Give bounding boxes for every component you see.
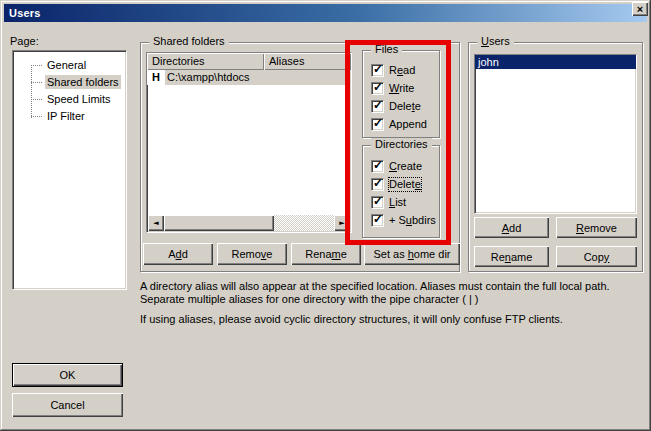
page-list: General Shared folders Speed Limits IP F…	[12, 50, 127, 290]
page-label: Page:	[10, 35, 39, 47]
cancel-button[interactable]: Cancel	[12, 393, 123, 417]
append-checkbox[interactable]: ✓	[371, 118, 384, 131]
dir-delete-label: Delete	[389, 178, 421, 191]
dir-delete-checkbox-row[interactable]: ✓ Delete	[371, 178, 421, 191]
check-icon: ✓	[373, 62, 383, 76]
check-icon: ✓	[373, 116, 383, 130]
write-label: Write	[389, 82, 414, 95]
directory-path: C:\xampp\htdocs	[165, 70, 351, 85]
user-copy-button[interactable]: Copy	[556, 246, 637, 267]
page-item-shared-folders[interactable]: Shared folders	[15, 74, 124, 91]
scrollbar-thumb[interactable]	[164, 215, 274, 231]
page-item-ip-filter[interactable]: IP Filter	[15, 108, 124, 125]
column-header-aliases[interactable]: Aliases	[264, 53, 351, 70]
check-icon: ✓	[373, 80, 383, 94]
user-add-button[interactable]: Add	[474, 217, 549, 238]
dir-delete-checkbox[interactable]: ✓	[371, 178, 384, 191]
scroll-right-icon: ►	[339, 219, 344, 227]
page-item-general[interactable]: General	[15, 57, 124, 74]
alias-description-paragraph-2: If using aliases, please avoid cyclic di…	[140, 313, 643, 326]
scroll-right-button[interactable]: ►	[334, 215, 350, 231]
shared-folders-group-label: Shared folders	[149, 35, 229, 47]
read-label: Read	[389, 64, 415, 77]
scroll-left-icon: ◄	[153, 219, 158, 227]
folder-rename-button[interactable]: Rename	[291, 243, 361, 265]
scroll-left-button[interactable]: ◄	[148, 215, 164, 231]
check-icon: ✓	[373, 212, 383, 226]
file-delete-checkbox[interactable]: ✓	[371, 100, 384, 113]
scrollbar-track[interactable]	[274, 215, 334, 231]
column-header-directories[interactable]: Directories	[147, 53, 264, 70]
append-checkbox-row[interactable]: ✓ Append	[371, 118, 427, 131]
folder-add-button[interactable]: Add	[143, 243, 213, 265]
alias-description-paragraph-1: A directory alias will also appear at th…	[140, 280, 643, 306]
user-rename-button[interactable]: Rename	[474, 246, 549, 267]
set-as-home-dir-button[interactable]: Set as home dir	[364, 243, 460, 265]
subdirs-label: + Subdirs	[389, 214, 436, 227]
check-icon: ✓	[373, 176, 383, 190]
close-button[interactable]: ×	[632, 2, 648, 16]
check-icon: ✓	[373, 194, 383, 208]
window-title: Users	[4, 7, 41, 19]
list-header: Directories Aliases	[147, 53, 351, 70]
create-label: Create	[389, 160, 422, 173]
alias-description: A directory alias will also appear at th…	[140, 280, 643, 333]
create-checkbox-row[interactable]: ✓ Create	[371, 160, 422, 173]
list-checkbox[interactable]: ✓	[371, 196, 384, 209]
check-icon: ✓	[373, 158, 383, 172]
page-item-speed-limits[interactable]: Speed Limits	[15, 91, 124, 108]
subdirs-checkbox[interactable]: ✓	[371, 214, 384, 227]
horizontal-scrollbar[interactable]: ◄ ►	[148, 215, 350, 231]
users-dialog: Users × Page: General Shared folders Spe…	[0, 0, 651, 431]
list-label: List	[389, 196, 406, 209]
close-icon: ×	[637, 3, 643, 15]
files-permissions-group: Files ✓ Read ✓ Write ✓ Delete ✓ Append	[362, 50, 440, 138]
home-dir-marker: H	[147, 70, 165, 85]
users-list[interactable]: john	[474, 54, 637, 214]
read-checkbox-row[interactable]: ✓ Read	[371, 64, 415, 77]
directory-row[interactable]: H C:\xampp\htdocs	[147, 70, 351, 85]
subdirs-checkbox-row[interactable]: ✓ + Subdirs	[371, 214, 436, 227]
write-checkbox-row[interactable]: ✓ Write	[371, 82, 414, 95]
check-icon: ✓	[373, 98, 383, 112]
ok-button[interactable]: OK	[12, 363, 123, 387]
user-row-john[interactable]: john	[475, 55, 636, 69]
directories-group-label: Directories	[371, 138, 432, 150]
list-checkbox-row[interactable]: ✓ List	[371, 196, 406, 209]
directories-permissions-group: Directories ✓ Create ✓ Delete ✓ List ✓ +…	[362, 145, 440, 238]
folder-remove-button[interactable]: Remove	[217, 243, 287, 265]
file-delete-checkbox-row[interactable]: ✓ Delete	[371, 100, 421, 113]
user-remove-button[interactable]: Remove	[556, 217, 637, 238]
read-checkbox[interactable]: ✓	[371, 64, 384, 77]
titlebar[interactable]: Users	[4, 4, 647, 22]
write-checkbox[interactable]: ✓	[371, 82, 384, 95]
file-delete-label: Delete	[389, 100, 421, 113]
files-group-label: Files	[371, 43, 402, 55]
users-group-label: Users	[477, 35, 514, 47]
append-label: Append	[389, 118, 427, 131]
create-checkbox[interactable]: ✓	[371, 160, 384, 173]
shared-folders-list: Directories Aliases H C:\xampp\htdocs ◄ …	[146, 52, 352, 233]
